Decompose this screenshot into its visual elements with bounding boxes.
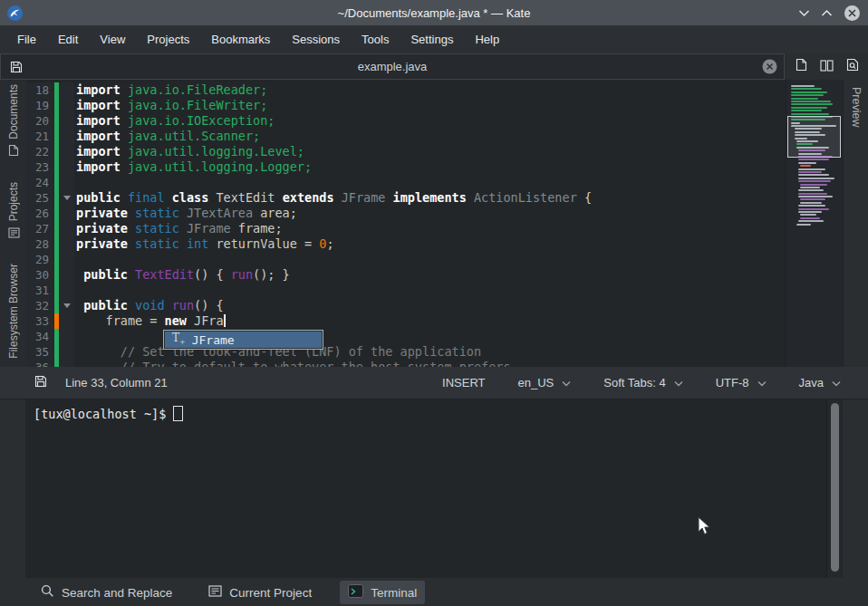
minimize-button[interactable] (798, 9, 810, 17)
minimap-line (798, 205, 825, 207)
status-soft-tabs-4[interactable]: Soft Tabs: 4 (603, 376, 682, 390)
menu-tools[interactable]: Tools (352, 29, 399, 50)
menu-edit[interactable]: Edit (48, 29, 88, 50)
minimap-line (800, 184, 827, 186)
split-view-icon[interactable] (820, 59, 834, 75)
new-document-icon[interactable] (796, 58, 807, 75)
menu-projects[interactable]: Projects (137, 29, 199, 50)
minimap-scrollbar[interactable] (786, 80, 843, 367)
code-text: import java.io.FileWriter; (74, 98, 267, 113)
terminal-scrollbar[interactable] (826, 399, 842, 578)
completion-item-jframe[interactable]: T+ JFrame (165, 332, 322, 348)
line-gutter: 22 (27, 144, 74, 159)
status-insert[interactable]: INSERT (442, 376, 485, 390)
maximize-button[interactable] (821, 9, 833, 17)
menu-sessions[interactable]: Sessions (282, 29, 350, 50)
titlebar[interactable]: ~/Documents/example.java * — Kate (0, 0, 868, 25)
menu-settings[interactable]: Settings (400, 29, 463, 50)
line-number: 19 (27, 98, 54, 113)
minimap-line (791, 98, 818, 100)
line-number: 18 (27, 82, 54, 98)
status-en-us[interactable]: en_US (518, 376, 572, 390)
line-number: 23 (27, 159, 54, 175)
line-number: 32 (27, 298, 54, 313)
terminal-scrollbar-thumb[interactable] (831, 403, 839, 572)
minimap-line (800, 214, 816, 216)
sidebar-item-projects[interactable]: Projects (7, 182, 20, 242)
minimap-line (791, 85, 815, 87)
fold-marker (59, 129, 74, 144)
close-button[interactable] (844, 5, 861, 22)
code-line: 27private static JFrame frame; (27, 221, 786, 236)
minimap-viewport[interactable] (787, 116, 841, 158)
minimap-line (791, 113, 829, 115)
line-gutter: 27 (27, 221, 74, 236)
line-gutter: 18 (27, 82, 74, 98)
sidebar-item-documents[interactable]: Documents (7, 84, 20, 160)
chevron-down-icon (674, 376, 683, 390)
fold-marker (59, 159, 74, 175)
fold-marker[interactable] (59, 190, 74, 206)
code-text: import java.util.Scanner; (74, 129, 260, 144)
code-line: 25public final class TextEdit extends JF… (27, 190, 786, 206)
code-editor[interactable]: 18import java.io.FileReader;19import jav… (27, 80, 786, 367)
sidebar-item-label: Projects (7, 182, 20, 221)
minimap-line (796, 224, 811, 226)
code-line: 32 public void run() { (27, 298, 786, 313)
code-text: import java.io.IOException; (74, 113, 275, 129)
code-line: 31 (27, 283, 786, 298)
line-gutter: 24 (27, 175, 74, 190)
line-number: 31 (27, 283, 54, 298)
sidebar-item-filesystem-browser[interactable]: Filesystem Browser (7, 264, 20, 380)
fold-marker (59, 175, 74, 190)
code-line: 33 frame = new JFra (27, 313, 786, 329)
menu-bookmarks[interactable]: Bookmarks (201, 29, 280, 50)
minimap-line (800, 187, 820, 188)
terminal-right-margin (842, 399, 868, 578)
line-gutter: 23 (27, 159, 74, 175)
list-icon (8, 226, 20, 242)
code-text (74, 175, 76, 190)
sidebar-item-preview[interactable]: Preview (850, 87, 863, 367)
fold-marker (59, 252, 74, 267)
terminal-icon (348, 584, 363, 601)
code-line: 30 public TextEdit() { run(); } (27, 267, 786, 283)
save-icon[interactable] (10, 61, 23, 73)
fold-marker (59, 113, 74, 129)
statusbar-right: INSERTen_USSoft Tabs: 4UTF-8Java (442, 376, 841, 390)
toolview-button-terminal[interactable]: Terminal (340, 581, 425, 604)
minimap-line (791, 88, 822, 90)
menu-file[interactable]: File (7, 29, 46, 50)
status-insert-label: INSERT (442, 376, 485, 390)
code-text: private static JFrame frame; (74, 221, 283, 236)
line-number: 20 (27, 113, 54, 129)
fold-marker[interactable] (59, 298, 74, 313)
minimap-line (800, 202, 822, 204)
tab-close-icon[interactable] (762, 59, 784, 74)
minimap-line (798, 208, 829, 210)
line-gutter: 36 (27, 360, 74, 367)
fold-marker (59, 82, 74, 98)
line-number: 30 (27, 267, 54, 283)
line-gutter: 34 (27, 329, 74, 344)
code-text (74, 329, 76, 344)
sidebar-item-label: Documents (7, 84, 20, 139)
status-utf-8[interactable]: UTF-8 (716, 376, 767, 390)
save-status-icon[interactable] (34, 375, 47, 390)
line-gutter: 35 (27, 344, 74, 360)
quick-open-icon[interactable] (846, 58, 859, 75)
toolview-button-search-and-replace[interactable]: Search and Replace (33, 581, 180, 604)
terminal[interactable]: [tux@localhost ~]$ (25, 399, 826, 578)
menu-view[interactable]: View (90, 29, 135, 50)
menu-help[interactable]: Help (465, 29, 509, 50)
sidebar-item-label: Filesystem Browser (7, 264, 20, 359)
tab-example-java[interactable]: example.java (0, 53, 785, 80)
toolview-button-current-project[interactable]: Current Project (200, 582, 320, 603)
code-text: frame = new JFra (74, 313, 226, 329)
code-line: 22import java.util.logging.Level; (27, 144, 786, 159)
tab-title: example.java (1, 60, 784, 73)
line-gutter: 26 (27, 206, 74, 221)
line-number: 27 (27, 221, 54, 236)
minimap-line (798, 171, 822, 173)
status-java[interactable]: Java (799, 376, 841, 390)
